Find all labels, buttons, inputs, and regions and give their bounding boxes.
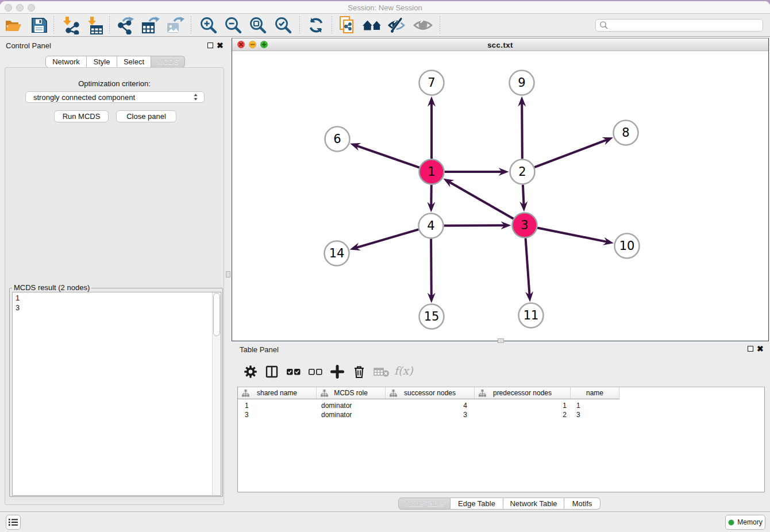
cell-shared-name[interactable]: 3: [245, 410, 249, 419]
control-panel-title: Control Panel: [6, 41, 51, 50]
export-image-button[interactable]: [165, 16, 185, 34]
edge-3-11[interactable]: [526, 238, 530, 295]
open-folder-icon: [5, 17, 22, 33]
table-panel-float-button[interactable]: [748, 346, 753, 352]
trash-icon: [352, 365, 366, 379]
table-panel-title: Table Panel: [240, 345, 279, 354]
edge-2-3[interactable]: [523, 184, 524, 205]
network-canvas[interactable]: 7968124314101511: [232, 52, 768, 341]
tab-edge-table[interactable]: Edge Table: [451, 498, 503, 510]
share-document-button[interactable]: [338, 16, 357, 34]
edge-1-6[interactable]: [356, 145, 419, 167]
add-row-button[interactable]: [329, 364, 346, 380]
unchecked-boxes-icon: [308, 365, 323, 379]
home-icon: [363, 16, 382, 34]
column-header-name[interactable]: name: [571, 387, 619, 399]
zoom-in-icon: [199, 16, 218, 34]
graph-node-label-1: 1: [428, 165, 435, 179]
cell-predecessor[interactable]: 1: [475, 401, 567, 410]
tab-mcds[interactable]: MCDS: [151, 56, 185, 68]
zoom-selected-icon: [274, 16, 292, 34]
zoom-selected-button[interactable]: [274, 16, 293, 34]
tab-style[interactable]: Style: [87, 56, 117, 68]
result-scrollbar[interactable]: [212, 292, 221, 495]
columns-icon: [265, 365, 279, 379]
tab-select[interactable]: Select: [117, 56, 151, 68]
run-mcds-button[interactable]: Run MCDS: [54, 110, 109, 122]
memory-status-icon: [728, 519, 734, 526]
task-history-button[interactable]: [6, 515, 21, 530]
edge-4-3[interactable]: [444, 225, 505, 226]
zoom-out-button[interactable]: [224, 16, 243, 34]
hide-panels-button[interactable]: [387, 16, 407, 34]
graph-node-label-2: 2: [518, 165, 526, 179]
apply-layout-button[interactable]: [306, 16, 326, 34]
search-input[interactable]: [595, 19, 763, 32]
eye-slash-icon: [387, 16, 407, 34]
table-settings-button[interactable]: [242, 364, 259, 380]
function-builder-button[interactable]: f(x): [394, 364, 415, 377]
edge-3-1[interactable]: [449, 182, 514, 219]
control-panel-float-button[interactable]: [207, 43, 213, 48]
toolbar-separator: [109, 16, 110, 34]
show-panels-button[interactable]: [413, 16, 433, 34]
delete-row-button[interactable]: [351, 364, 368, 380]
result-scrollbar-thumb[interactable]: [213, 293, 220, 336]
edge-4-14[interactable]: [356, 229, 418, 248]
export-network-button[interactable]: [116, 16, 135, 34]
tab-motifs[interactable]: Motifs: [564, 498, 600, 510]
zoom-out-icon: [224, 16, 242, 34]
import-network-icon: [61, 16, 79, 34]
criterion-select[interactable]: strongly connected component: [25, 91, 205, 103]
cell-mcds-role[interactable]: dominator: [321, 401, 352, 410]
open-session-button[interactable]: [3, 16, 23, 34]
zoom-in-button[interactable]: [199, 16, 218, 34]
import-network-button[interactable]: [60, 16, 80, 34]
import-table-button[interactable]: [84, 16, 104, 34]
unselect-all-button[interactable]: [307, 364, 324, 380]
cell-predecessor[interactable]: 2: [475, 410, 567, 419]
cell-name[interactable]: 1: [576, 401, 580, 410]
delete-table-button[interactable]: [373, 364, 390, 380]
save-session-button[interactable]: [29, 16, 49, 34]
node-table[interactable]: shared name MCDS role successor nodes pr…: [237, 387, 765, 492]
column-header-shared-name[interactable]: shared name: [238, 387, 317, 399]
status-bar: [0, 511, 770, 532]
edge-4-15[interactable]: [431, 238, 432, 296]
tab-node-table[interactable]: Node Table: [398, 498, 451, 510]
graph-node-label-9: 9: [518, 76, 525, 90]
close-panel-button[interactable]: Close panel: [116, 110, 176, 122]
criterion-value: strongly connected component: [33, 93, 135, 102]
horizontal-splitter-grip[interactable]: [498, 338, 504, 343]
edge-2-8[interactable]: [534, 140, 607, 167]
toolbar-separator: [53, 16, 54, 34]
edge-3-10[interactable]: [537, 228, 607, 242]
select-all-button[interactable]: [285, 364, 302, 380]
cell-shared-name[interactable]: 1: [245, 401, 249, 410]
column-header-mcds-role[interactable]: MCDS role: [317, 387, 386, 399]
float-icon: [207, 43, 213, 48]
cell-mcds-role[interactable]: dominator: [321, 410, 352, 419]
export-table-button[interactable]: [141, 16, 160, 34]
tab-network[interactable]: Network: [45, 56, 87, 68]
cell-name[interactable]: 3: [576, 410, 580, 419]
control-panel-tabs: Network Style Select MCDS: [45, 56, 185, 68]
home-button[interactable]: [363, 16, 382, 34]
vertical-splitter-grip[interactable]: [226, 271, 230, 277]
control-panel-close-button[interactable]: ✖: [217, 42, 224, 49]
document-share-icon: [338, 16, 357, 34]
column-header-successor-nodes[interactable]: successor nodes: [386, 387, 475, 399]
table-panel-close-button[interactable]: ✖: [757, 345, 764, 352]
edge-arrow-2-8: [602, 134, 615, 145]
mcds-result-list[interactable]: 1 3: [12, 292, 221, 496]
cell-successor[interactable]: 4: [386, 401, 467, 410]
column-header-predecessor-nodes[interactable]: predecessor nodes: [475, 387, 571, 399]
toolbar-separator: [191, 16, 191, 34]
tab-network-table[interactable]: Network Table: [503, 498, 564, 510]
split-table-button[interactable]: [263, 364, 280, 380]
memory-button[interactable]: Memory: [725, 515, 765, 530]
cell-successor[interactable]: 3: [386, 410, 467, 419]
edge-2-9[interactable]: [522, 102, 522, 159]
zoom-fit-button[interactable]: [248, 16, 268, 34]
tree-icon: [242, 390, 249, 397]
